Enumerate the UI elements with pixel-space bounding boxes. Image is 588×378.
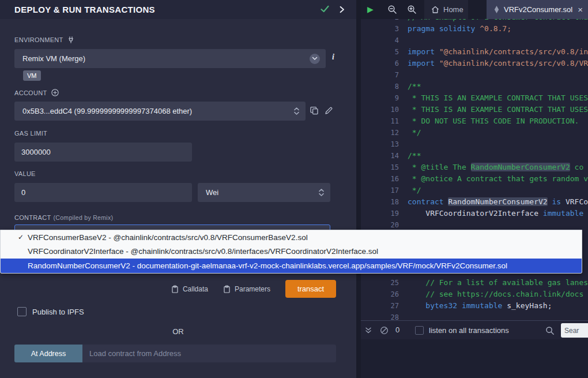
line-number: 9 (361, 92, 399, 104)
code-line: 16 * @notice A contract that gets random… (361, 173, 588, 185)
tab-home[interactable]: Home (424, 0, 468, 19)
panel-divider[interactable] (356, 0, 361, 378)
parameters-button[interactable]: Parameters (223, 285, 270, 293)
value-unit-select[interactable]: Wei (198, 183, 330, 202)
deploy-actions: Calldata Parameters transact (14, 280, 336, 298)
code-line: 13 (361, 139, 588, 150)
contract-option[interactable]: VRFCoordinatorV2Interface - @chainlink/c… (1, 245, 582, 259)
expand-terminal-icon[interactable] (364, 327, 372, 334)
contract-option-label: VRFConsumerBaseV2 - @chainlink/contracts… (28, 233, 308, 242)
at-address-button[interactable]: At Address (14, 345, 82, 362)
code-line: 19 VRFCoordinatorV2Interface immutable (361, 208, 588, 219)
line-content: /** (399, 81, 588, 92)
code-line: 9 * THIS IS AN EXAMPLE CONTRACT THAT USE… (361, 92, 588, 104)
vm-badge: VM (23, 70, 41, 81)
line-content: * @notice A contract that gets random v (399, 173, 588, 185)
environment-label-row: ENVIRONMENT (14, 36, 74, 43)
panel-title: DEPLOY & RUN TRANSACTIONS (14, 5, 155, 14)
deploy-run-panel: DEPLOY & RUN TRANSACTIONS ENVIRONMENT Re… (0, 0, 356, 378)
environment-label: ENVIRONMENT (14, 36, 63, 43)
terminal-details: execution cost47565 gasinput0xa21...a23e (361, 339, 588, 378)
line-content: contract RandomNumberConsumerV2 is VRFCo (399, 196, 588, 208)
close-tab-icon[interactable]: × (578, 5, 583, 14)
account-select[interactable]: 0x5B3...eddC4 (99.99999999999997374068 e… (14, 102, 306, 121)
line-number: 28 (361, 312, 399, 320)
line-number: 3 (361, 23, 399, 35)
code-line: 28 (361, 312, 588, 320)
code-line: 5import "@chainlink/contracts/src/v0.8/i… (361, 46, 588, 58)
line-number: 2 (361, 19, 399, 23)
info-icon[interactable]: i (332, 53, 334, 62)
value-input[interactable] (14, 183, 192, 202)
code-line: 12 */ (361, 127, 588, 139)
clipboard-icon (223, 285, 231, 293)
clipboard-icon (171, 285, 179, 293)
run-script-play-icon[interactable]: ▶ (367, 5, 374, 14)
gas-limit-label: GAS LIMIT (14, 130, 47, 137)
line-number: 13 (361, 139, 399, 150)
transact-button[interactable]: transact (285, 280, 336, 298)
line-number: 7 (361, 69, 399, 81)
tab-active-file[interactable]: VRFv2Consumer.sol × (487, 0, 588, 19)
line-number: 14 (361, 150, 399, 162)
line-content: import "@chainlink/contracts/src/v0.8/in (399, 46, 588, 58)
line-number: 6 (361, 58, 399, 69)
line-number: 18 (361, 196, 399, 208)
publish-to-ipfs-checkbox[interactable] (17, 307, 27, 316)
at-address-input[interactable] (82, 345, 336, 362)
line-content (399, 219, 588, 231)
line-number: 10 (361, 104, 399, 115)
zoom-in-icon[interactable] (407, 5, 417, 14)
option-check-icon: ✓ (18, 233, 28, 241)
line-number: 4 (361, 35, 399, 46)
listen-all-transactions-checkbox[interactable] (415, 326, 424, 335)
account-value: 0x5B3...eddC4 (99.99999999999997374068 e… (22, 107, 293, 115)
code-line: 18contract RandomNumberConsumerV2 is VRF… (361, 196, 588, 208)
terminal-search-input[interactable] (561, 323, 588, 338)
gas-limit-input[interactable] (14, 143, 192, 162)
code-line: 4 (361, 35, 588, 46)
plus-circle-icon[interactable] (51, 89, 59, 96)
copy-account-icon[interactable] (310, 106, 319, 115)
line-content: /** (399, 150, 588, 162)
publish-to-ipfs-label: Publish to IPFS (32, 308, 84, 316)
contract-sublabel: (Compiled by Remix) (54, 214, 114, 221)
line-number: 12 (361, 127, 399, 139)
line-number: 27 (361, 300, 399, 312)
contract-option[interactable]: RandomNumberConsumerV2 - documentation-g… (1, 259, 582, 273)
environment-value: Remix VM (Merge) (22, 54, 310, 63)
solidity-file-icon (493, 6, 500, 13)
terminal-bar: 0 listen on all transactions (361, 320, 588, 339)
line-number: 25 (361, 277, 399, 289)
clear-console-icon[interactable] (380, 326, 389, 335)
line-content: import "@chainlink/contracts/src/v0.8/VR (399, 58, 588, 69)
contract-option-label: RandomNumberConsumerV2 - documentation-g… (28, 261, 507, 270)
code-line: 7 (361, 69, 588, 81)
code-line: 27 bytes32 immutable s_keyHash; (361, 300, 588, 312)
code-line: 6import "@chainlink/contracts/src/v0.8/V… (361, 58, 588, 69)
gas-limit-label-row: GAS LIMIT (14, 130, 47, 137)
line-number: 20 (361, 219, 399, 231)
editor-panel: ▶ Home VRFv2Consumer.sol × (361, 0, 588, 378)
contract-option[interactable]: ✓VRFConsumerBaseV2 - @chainlink/contract… (1, 230, 582, 245)
value-label-row: VALUE (14, 170, 36, 177)
value-unit: Wei (206, 188, 318, 197)
code-editor[interactable]: 2// An example of a consumer contract th… (361, 19, 588, 320)
zoom-out-icon[interactable] (387, 5, 397, 14)
contract-label: CONTRACT (14, 214, 51, 221)
account-label-row: ACCOUNT (14, 89, 59, 96)
line-content (399, 35, 588, 46)
calldata-button[interactable]: Calldata (171, 285, 208, 293)
code-line: 2// An example of a consumer contract th… (361, 19, 588, 23)
line-content (399, 69, 588, 81)
edit-account-icon[interactable] (325, 106, 333, 115)
code-line: 10 * THIS IS AN EXAMPLE CONTRACT THAT US… (361, 104, 588, 115)
code-line: 17 */ (361, 185, 588, 196)
panel-expand-chevron-icon[interactable] (339, 6, 345, 13)
environment-select[interactable]: Remix VM (Merge) (14, 49, 326, 68)
contract-label-row: CONTRACT (Compiled by Remix) (14, 214, 113, 221)
code-line: 14/** (361, 150, 588, 162)
calldata-label: Calldata (183, 285, 208, 293)
listened-transactions-count: 0 (395, 325, 399, 334)
value-label: VALUE (14, 170, 36, 177)
